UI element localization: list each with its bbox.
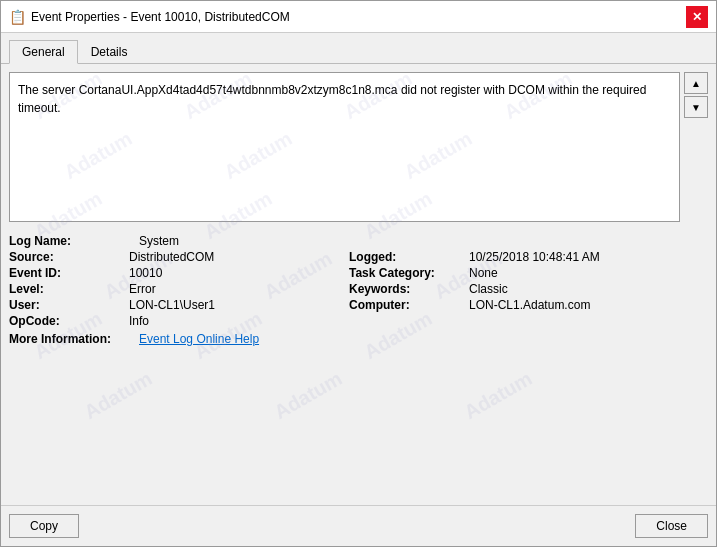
user-label: User:: [9, 298, 129, 312]
keywords-value: Classic: [469, 282, 508, 296]
event-id-value: 10010: [129, 266, 162, 280]
logged-label: Logged:: [349, 250, 469, 264]
dialog-title: Event Properties - Event 10010, Distribu…: [31, 10, 290, 24]
tabs-bar: General Details: [1, 33, 716, 64]
right-details-col: Logged: 10/25/2018 10:48:41 AM Task Cate…: [349, 250, 708, 330]
event-id-label: Event ID:: [9, 266, 129, 280]
keywords-label: Keywords:: [349, 282, 469, 296]
user-value: LON-CL1\User1: [129, 298, 215, 312]
two-col-details: Source: DistributedCOM Event ID: 10010 L…: [9, 250, 708, 330]
level-row: Level: Error: [9, 282, 349, 296]
more-info-label: More Information:: [9, 332, 139, 346]
level-label: Level:: [9, 282, 129, 296]
tab-details[interactable]: Details: [78, 40, 141, 64]
copy-button[interactable]: Copy: [9, 514, 79, 538]
opcode-label: OpCode:: [9, 314, 129, 328]
dialog-content: Adatum Adatum Adatum Adatum Adatum Adatu…: [1, 64, 716, 505]
title-bar: 📋 Event Properties - Event 10010, Distri…: [1, 1, 716, 33]
event-id-row: Event ID: 10010: [9, 266, 349, 280]
keywords-row: Keywords: Classic: [349, 282, 708, 296]
title-bar-left: 📋 Event Properties - Event 10010, Distri…: [9, 9, 290, 25]
logged-value: 10/25/2018 10:48:41 AM: [469, 250, 600, 264]
log-name-row: Log Name: System: [9, 234, 708, 248]
event-message-text: The server CortanaUI.AppXd4tad4d57t4wtdb…: [18, 83, 646, 115]
scroll-buttons: ▲ ▼: [684, 72, 708, 118]
dialog-footer: Copy Close: [1, 505, 716, 546]
event-message-box: The server CortanaUI.AppXd4tad4d57t4wtdb…: [9, 72, 680, 222]
opcode-row: OpCode: Info: [9, 314, 349, 328]
logged-row: Logged: 10/25/2018 10:48:41 AM: [349, 250, 708, 264]
more-info-row: More Information: Event Log Online Help: [9, 332, 708, 346]
close-button[interactable]: Close: [635, 514, 708, 538]
log-name-value: System: [139, 234, 179, 248]
level-value: Error: [129, 282, 156, 296]
user-row: User: LON-CL1\User1: [9, 298, 349, 312]
computer-row: Computer: LON-CL1.Adatum.com: [349, 298, 708, 312]
source-value: DistributedCOM: [129, 250, 214, 264]
scroll-up-button[interactable]: ▲: [684, 72, 708, 94]
scroll-down-button[interactable]: ▼: [684, 96, 708, 118]
dialog-icon: 📋: [9, 9, 25, 25]
task-category-label: Task Category:: [349, 266, 469, 280]
message-area-wrapper: The server CortanaUI.AppXd4tad4d57t4wtdb…: [9, 72, 708, 222]
task-category-value: None: [469, 266, 498, 280]
event-log-online-help-link[interactable]: Event Log Online Help: [139, 332, 259, 346]
source-label: Source:: [9, 250, 129, 264]
left-details-col: Source: DistributedCOM Event ID: 10010 L…: [9, 250, 349, 330]
event-properties-dialog: 📋 Event Properties - Event 10010, Distri…: [0, 0, 717, 547]
tab-general[interactable]: General: [9, 40, 78, 64]
opcode-value: Info: [129, 314, 149, 328]
details-section: Log Name: System Source: DistributedCOM …: [9, 234, 708, 497]
source-row: Source: DistributedCOM: [9, 250, 349, 264]
task-category-row: Task Category: None: [349, 266, 708, 280]
log-name-label: Log Name:: [9, 234, 139, 248]
computer-value: LON-CL1.Adatum.com: [469, 298, 590, 312]
computer-label: Computer:: [349, 298, 469, 312]
close-x-button[interactable]: ✕: [686, 6, 708, 28]
